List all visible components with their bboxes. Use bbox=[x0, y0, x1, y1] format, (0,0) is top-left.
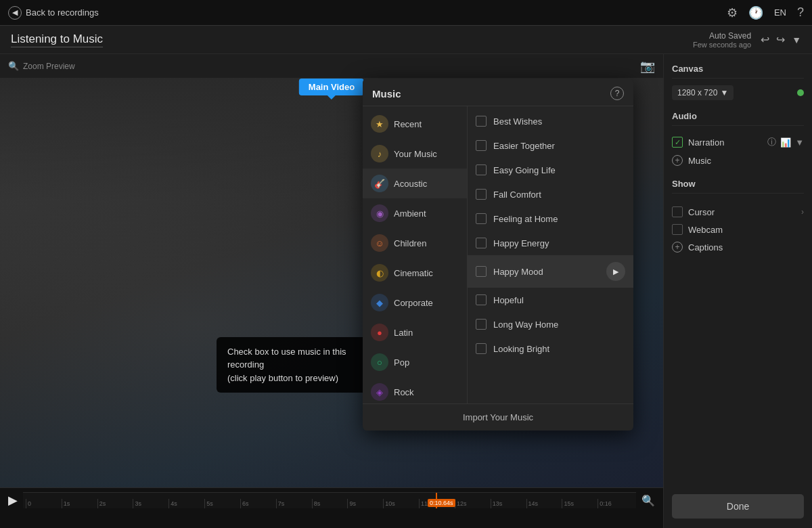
category-item-pop[interactable]: ○ Pop bbox=[363, 347, 467, 377]
track-item-looking-bright[interactable]: Looking Bright ▶ bbox=[468, 336, 633, 361]
music-help-button[interactable]: ? bbox=[610, 87, 624, 100]
timeline-mark-8s: 8s bbox=[312, 499, 348, 508]
title-bar: Listening to Music Auto Saved Few second… bbox=[0, 26, 812, 54]
track-checkbox-easier-together[interactable] bbox=[476, 140, 487, 151]
webcam-checkbox[interactable] bbox=[672, 224, 683, 235]
track-checkbox-happy-mood[interactable] bbox=[476, 266, 487, 277]
narration-info-icon[interactable]: ⓘ bbox=[767, 136, 776, 148]
back-button[interactable]: ◀ Back to recordings bbox=[8, 6, 99, 20]
track-name-best-wishes: Best Wishes bbox=[493, 116, 625, 127]
timeline-search-button[interactable]: 🔍 bbox=[641, 494, 655, 507]
project-title[interactable]: Listening to Music bbox=[11, 32, 103, 47]
track-checkbox-fall-comfort[interactable] bbox=[476, 189, 487, 200]
narration-audio-item: ✓ Narration ⓘ 📊 ▼ bbox=[672, 133, 804, 152]
category-item-your-music[interactable]: ♪ Your Music bbox=[363, 139, 467, 169]
timeline-mark-9s: 9s bbox=[347, 499, 383, 508]
music-add-button[interactable]: + bbox=[672, 155, 683, 166]
title-dropdown-button[interactable]: ▼ bbox=[792, 35, 801, 45]
track-item-long-way-home[interactable]: Long Way Home ▶ bbox=[468, 312, 633, 336]
auto-saved-label: Auto Saved bbox=[693, 31, 751, 41]
timeline-mark-3s: 3s bbox=[133, 499, 168, 508]
settings-icon[interactable]: ⚙ bbox=[727, 5, 738, 20]
category-item-recent[interactable]: ★ Recent bbox=[363, 109, 467, 139]
track-checkbox-easy-going-life[interactable] bbox=[476, 164, 487, 175]
done-button[interactable]: Done bbox=[672, 494, 804, 519]
webcam-show-item: Webcam bbox=[672, 221, 804, 238]
category-label-cinematic: Cinematic bbox=[394, 268, 433, 278]
undo-button[interactable]: ↩ bbox=[761, 33, 769, 46]
category-label-rock: Rock bbox=[394, 387, 414, 397]
redo-button[interactable]: ↪ bbox=[776, 33, 785, 46]
canvas-size-dropdown[interactable]: 1280 x 720 ▼ bbox=[672, 85, 734, 100]
category-icon-ambient: ◉ bbox=[371, 204, 388, 222]
category-item-children[interactable]: ☺ Children bbox=[363, 228, 467, 258]
music-panel-title: Music bbox=[372, 88, 401, 100]
timeline-current-time: 0:10.64s bbox=[428, 499, 455, 507]
auto-saved-time: Few seconds ago bbox=[693, 41, 751, 49]
track-name-easier-together: Easier Together bbox=[493, 141, 625, 151]
track-name-happy-mood: Happy Mood bbox=[493, 267, 600, 277]
category-icon-corporate: ◆ bbox=[371, 294, 388, 311]
timeline-mark-10s: 10s bbox=[383, 499, 419, 508]
track-checkbox-best-wishes[interactable] bbox=[476, 116, 487, 127]
main-video-label: Main Video bbox=[299, 79, 364, 95]
timeline-mark-2s: 2s bbox=[97, 499, 133, 508]
help-icon[interactable]: ? bbox=[797, 5, 804, 20]
category-icon-pop: ○ bbox=[371, 353, 388, 371]
category-item-rock[interactable]: ◈ Rock bbox=[363, 377, 467, 403]
right-panel: Canvas 1280 x 720 ▼ Audio ✓ Narration ⓘ … bbox=[663, 54, 812, 528]
zoom-label: Zoom Preview bbox=[23, 62, 75, 71]
track-item-hopeful[interactable]: Hopeful ▶ bbox=[468, 288, 633, 312]
main-layout: 🔍 Zoom Preview 📷 Main Video Check box to… bbox=[0, 54, 812, 528]
category-list: ★ Recent ♪ Your Music 🎸 Acoustic ◉ Ambie… bbox=[363, 106, 468, 403]
track-play-happy-mood[interactable]: ▶ bbox=[606, 262, 625, 281]
captions-show-item: + Captions bbox=[672, 238, 804, 256]
track-item-fall-comfort[interactable]: Fall Comfort ▶ bbox=[468, 182, 633, 206]
track-item-easy-going-life[interactable]: Easy Going Life ▶ bbox=[468, 158, 633, 182]
category-item-cinematic[interactable]: ◐ Cinematic bbox=[363, 258, 467, 288]
music-label: Music bbox=[688, 156, 711, 166]
audio-section: ✓ Narration ⓘ 📊 ▼ + Music bbox=[672, 133, 804, 169]
show-section-title: Show bbox=[672, 179, 804, 194]
timeline-mark-15s: 15s bbox=[562, 499, 597, 508]
timeline-mark-14s: 14s bbox=[526, 499, 562, 508]
cursor-checkbox[interactable] bbox=[672, 206, 683, 217]
track-checkbox-long-way-home[interactable] bbox=[476, 319, 487, 330]
track-checkbox-looking-bright[interactable] bbox=[476, 343, 487, 354]
screenshot-button[interactable]: 📷 bbox=[640, 59, 655, 74]
cursor-expand-icon[interactable]: › bbox=[801, 207, 804, 217]
track-item-easier-together[interactable]: Easier Together ▶ bbox=[468, 133, 633, 158]
narration-checkbox[interactable]: ✓ bbox=[672, 137, 683, 148]
preview-toolbar: 🔍 Zoom Preview 📷 bbox=[0, 54, 663, 79]
play-button[interactable]: ▶ bbox=[8, 493, 18, 508]
category-icon-acoustic: 🎸 bbox=[371, 175, 388, 192]
show-section: Cursor › Webcam + Captions bbox=[672, 203, 804, 256]
music-audio-item: + Music bbox=[672, 152, 804, 169]
track-checkbox-happy-energy[interactable] bbox=[476, 238, 487, 248]
track-name-happy-energy: Happy Energy bbox=[493, 238, 625, 248]
import-music-button[interactable]: Import Your Music bbox=[363, 403, 633, 431]
category-item-ambient[interactable]: ◉ Ambient bbox=[363, 198, 467, 228]
track-item-best-wishes[interactable]: Best Wishes ▶ bbox=[468, 109, 633, 133]
title-bar-actions: ↩ ↪ ▼ bbox=[761, 33, 801, 46]
track-item-feeling-at-home[interactable]: Feeling at Home ▶ bbox=[468, 206, 633, 231]
history-icon[interactable]: 🕐 bbox=[748, 5, 763, 20]
narration-expand-icon[interactable]: ▼ bbox=[795, 137, 804, 148]
track-name-looking-bright: Looking Bright bbox=[493, 344, 625, 354]
category-item-acoustic[interactable]: 🎸 Acoustic bbox=[363, 169, 467, 198]
track-checkbox-feeling-at-home[interactable] bbox=[476, 213, 487, 224]
category-item-corporate[interactable]: ◆ Corporate bbox=[363, 288, 467, 317]
language-selector[interactable]: EN bbox=[774, 7, 786, 18]
category-label-children: Children bbox=[394, 238, 426, 248]
category-item-latin[interactable]: ● Latin bbox=[363, 317, 467, 347]
timeline-mark-0-16: 0:16 bbox=[597, 499, 633, 508]
canvas-dropdown-arrow: ▼ bbox=[720, 88, 728, 97]
track-item-happy-energy[interactable]: Happy Energy ▶ bbox=[468, 231, 633, 255]
category-label-ambient: Ambient bbox=[394, 208, 426, 219]
narration-volume-icon[interactable]: 📊 bbox=[780, 137, 791, 148]
track-name-fall-comfort: Fall Comfort bbox=[493, 190, 625, 200]
zoom-preview-control[interactable]: 🔍 Zoom Preview bbox=[8, 61, 75, 71]
track-item-happy-mood[interactable]: Happy Mood ▶ bbox=[468, 255, 633, 288]
track-checkbox-hopeful[interactable] bbox=[476, 294, 487, 305]
captions-add-button[interactable]: + bbox=[672, 242, 683, 252]
